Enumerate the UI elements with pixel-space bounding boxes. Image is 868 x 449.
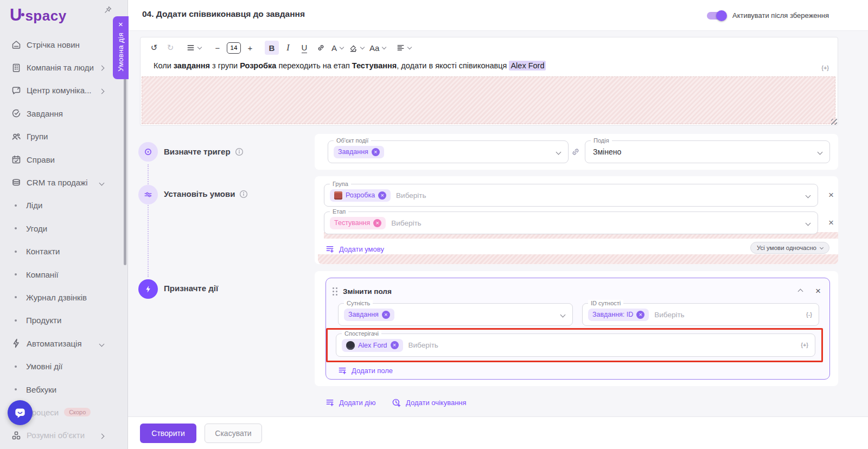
chat-button[interactable] [8, 400, 33, 425]
sidebar-item-communication-center[interactable]: Центр комуніка... [0, 79, 127, 102]
sidebar-item-contacts[interactable]: Контакти [0, 240, 127, 263]
sidebar-item-crm[interactable]: CRM та продажі [0, 171, 127, 194]
sidebar-item-groups[interactable]: Групи [0, 125, 127, 148]
add-action-link[interactable]: Додати дію [326, 397, 375, 408]
underline-button[interactable]: U [297, 41, 311, 55]
sidebar-item-label: Журнал дзвінків [26, 293, 87, 302]
field-label: Об'єкт події [334, 137, 371, 144]
watcher-chip: Alex Ford× [342, 339, 403, 352]
description-editor[interactable]: ↺ ↻ − 14 + B I U A Aa [140, 37, 838, 126]
event-select[interactable]: Подія Змінено [585, 140, 830, 163]
sidebar-item-newsfeed[interactable]: Стрічка новин [0, 33, 127, 56]
sidebar-item-webhooks[interactable]: Вебхуки [0, 378, 127, 401]
sidebar-item-products[interactable]: Продукти [0, 309, 127, 332]
sidebar-item-label: Групи [27, 132, 48, 141]
field-label: Сутність [344, 300, 373, 307]
bullet-icon [15, 227, 17, 229]
avatar [346, 341, 355, 350]
entity-id-select[interactable]: ID сутності Завдання: ID× Виберіть {-} [582, 303, 819, 326]
create-button[interactable]: Створити [140, 424, 196, 443]
event-object-select[interactable]: Об'єкт події Завдання× [328, 140, 569, 163]
chevron-right-icon [99, 88, 105, 94]
font-larger-button[interactable]: + [243, 41, 257, 55]
align-button[interactable] [395, 41, 413, 55]
chevron-down-icon [360, 44, 365, 49]
font-size-value[interactable]: 14 [227, 42, 241, 54]
chevron-down-icon [340, 44, 344, 49]
sidebar-item-tasks[interactable]: Завдання [0, 102, 127, 125]
clock-plus-icon [392, 398, 401, 407]
remove-group-condition-button[interactable]: × [828, 190, 834, 201]
editor-text[interactable]: Коли завдання з групи Розробка переходит… [141, 58, 838, 70]
remove-stage-condition-button[interactable]: × [828, 217, 834, 228]
text-case-button[interactable]: Aa [368, 41, 387, 55]
resize-handle[interactable] [831, 119, 837, 125]
collapse-button[interactable] [798, 288, 803, 294]
panel-close-button[interactable]: × [815, 286, 821, 297]
stage-select[interactable]: Етап Тестування× Виберіть [324, 211, 818, 234]
undo-button[interactable]: ↺ [147, 41, 161, 55]
conditions-mode-select[interactable]: Усі умови одночасно [750, 242, 829, 254]
chevron-down-icon [407, 44, 412, 49]
close-icon[interactable]: × [118, 20, 123, 28]
font-smaller-button[interactable]: − [210, 41, 225, 55]
sidebar-item-automation[interactable]: Автоматизація [0, 332, 127, 355]
redo-button[interactable]: ↻ [163, 41, 177, 55]
conditional-action-tab[interactable]: × Умовна дія [113, 16, 129, 79]
add-field-link[interactable]: Додати поле [338, 365, 393, 376]
placeholder: Виберіть [409, 341, 438, 349]
chevron-down-icon [560, 312, 566, 318]
steps-connector [148, 164, 149, 277]
info-icon[interactable] [235, 147, 244, 156]
insert-variable-button[interactable]: {+} [801, 342, 808, 348]
info-icon[interactable] [239, 190, 248, 198]
object-chip: Завдання× [334, 146, 384, 158]
highlight-color-button[interactable] [347, 41, 366, 55]
chip-remove-icon[interactable]: × [382, 311, 390, 319]
pin-icon[interactable] [104, 5, 112, 16]
chip-remove-icon[interactable]: × [636, 311, 644, 319]
sidebar-item-leads[interactable]: Ліди [0, 194, 127, 217]
sidebar-item-deals[interactable]: Угоди [0, 217, 127, 240]
line-spacing-button[interactable] [185, 41, 203, 55]
sidebar-item-conditional-actions[interactable]: Умовні дії [0, 355, 127, 377]
hatch-highlight [318, 254, 838, 264]
sidebar-item-label: Компанії [26, 270, 59, 279]
insert-variable-button[interactable]: {+} [821, 65, 829, 71]
group-select[interactable]: Група Розробка× Виберіть [324, 184, 818, 207]
watchers-select[interactable]: Спостерігачі Alex Ford× Виберіть {+} [336, 333, 815, 357]
chip-remove-icon[interactable]: × [373, 219, 381, 227]
bullet-icon [15, 273, 17, 275]
insert-variable-button[interactable]: {-} [806, 311, 812, 318]
bullet-icon [15, 388, 17, 390]
bold-button[interactable]: B [265, 41, 279, 55]
chevron-down-icon [197, 44, 202, 49]
group-chip: Розробка× [330, 189, 391, 202]
add-wait-link[interactable]: Додати очікування [392, 397, 467, 408]
chip-remove-icon[interactable]: × [378, 191, 386, 200]
sidebar-item-label: Ліди [26, 201, 42, 210]
text-color-button[interactable]: A [330, 41, 345, 55]
chevron-down-icon [806, 221, 811, 226]
chip-remove-icon[interactable]: × [391, 341, 399, 349]
chevron-down-icon [806, 193, 811, 198]
italic-button[interactable]: I [281, 41, 295, 55]
mention-token[interactable]: Alex Ford [509, 61, 546, 70]
field-label: Подія [591, 137, 612, 144]
entity-select[interactable]: Сутність Завдання× [338, 303, 573, 326]
list-plus-icon [326, 245, 334, 253]
activate-toggle[interactable] [707, 12, 725, 20]
drag-handle-icon[interactable] [333, 287, 337, 296]
logo-dot-icon [21, 13, 24, 16]
sidebar-item-activities[interactable]: Справи [0, 148, 127, 171]
cancel-button[interactable]: Скасувати [205, 424, 262, 443]
sidebar-item-companies[interactable]: Компанії [0, 263, 127, 286]
link-button[interactable] [314, 41, 328, 55]
sidebar-item-company-people[interactable]: Компанія та люди [0, 56, 127, 79]
sidebar-item-smart-objects[interactable]: Розумні об'єкти [0, 424, 127, 447]
modal-footer: Створити Скасувати [128, 416, 868, 449]
add-condition-link[interactable]: Додати умову [326, 243, 384, 254]
chip-remove-icon[interactable]: × [372, 148, 380, 156]
entity-chip: Завдання× [344, 309, 394, 321]
sidebar-item-call-log[interactable]: Журнал дзвінків [0, 286, 127, 309]
